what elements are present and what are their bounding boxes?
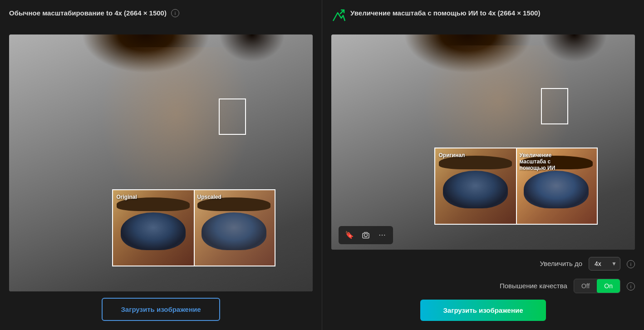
right-label-original-ru: Оригинал <box>439 152 465 158</box>
quality-info-icon[interactable]: i <box>627 282 635 291</box>
left-selection-rect <box>219 99 246 135</box>
left-eye-detail <box>121 212 185 250</box>
left-compare-upscaled <box>194 190 275 266</box>
more-options-button[interactable]: ⋯ <box>376 229 388 241</box>
right-panel: Увеличение масштаба с помощью ИИ to 4x (… <box>322 0 644 330</box>
right-download-button[interactable]: Загрузить изображение <box>420 300 546 321</box>
left-panel-header: Обычное масштабирование to 4x (2664 × 15… <box>9 8 313 28</box>
right-compare-box: Оригинал Увеличение масштаба с помощью И… <box>434 148 598 225</box>
right-image-area: Оригинал Увеличение масштаба с помощью И… <box>331 34 635 250</box>
left-panel: Обычное масштабирование to 4x (2664 × 15… <box>0 0 322 330</box>
left-label-original: Original <box>117 194 137 200</box>
right-eye-right <box>524 171 588 208</box>
left-label-upscaled: Upscaled <box>197 194 221 200</box>
toggle-on-button[interactable]: On <box>597 279 620 293</box>
quality-control-row: Повышение качества Off On i <box>331 279 635 293</box>
toggle-off-button[interactable]: Off <box>574 279 597 293</box>
camera-button[interactable] <box>359 229 372 241</box>
right-panel-title: Увеличение масштаба с помощью ИИ to 4x (… <box>350 8 540 18</box>
right-compare-divider <box>516 148 517 224</box>
scale-control-row: Увеличить до 2x 4x 8x ▼ i <box>331 257 635 271</box>
right-image-toolbar: 🔖 ⋯ <box>339 226 393 244</box>
quality-label: Повышение качества <box>500 282 567 290</box>
right-panel-header: Увеличение масштаба с помощью ИИ to 4x (… <box>331 8 635 28</box>
right-compare-original <box>435 148 516 224</box>
scale-select-wrapper: 2x 4x 8x ▼ <box>589 257 620 271</box>
left-compare-original <box>113 190 194 266</box>
right-controls: Увеличить до 2x 4x 8x ▼ i Повышение каче… <box>331 250 635 293</box>
right-download-section: Загрузить изображение <box>331 293 635 321</box>
left-info-icon[interactable]: i <box>171 9 179 17</box>
left-compare-divider <box>194 190 195 266</box>
right-label-ai-ru: Увеличение масштаба с помощью ИИ <box>520 152 579 172</box>
svg-point-1 <box>364 233 368 236</box>
bookmark-button[interactable]: 🔖 <box>343 229 356 241</box>
scale-select[interactable]: 2x 4x 8x <box>589 257 620 271</box>
left-download-section: Загрузить изображение <box>9 291 313 321</box>
quality-toggle-group: Off On <box>574 279 620 293</box>
left-eye-detail-r <box>202 212 266 250</box>
scale-info-icon[interactable]: i <box>627 260 635 268</box>
left-download-button[interactable]: Загрузить изображение <box>102 298 220 321</box>
left-image-area: Original Upscaled <box>9 34 313 291</box>
left-compare-box: Original Upscaled <box>112 189 275 266</box>
scale-label: Увеличить до <box>540 260 582 267</box>
left-panel-title: Обычное масштабирование to 4x (2664 × 15… <box>9 8 167 18</box>
right-eye-left <box>443 171 507 208</box>
right-selection-rect <box>541 88 568 124</box>
ai-upscale-icon <box>331 8 346 23</box>
